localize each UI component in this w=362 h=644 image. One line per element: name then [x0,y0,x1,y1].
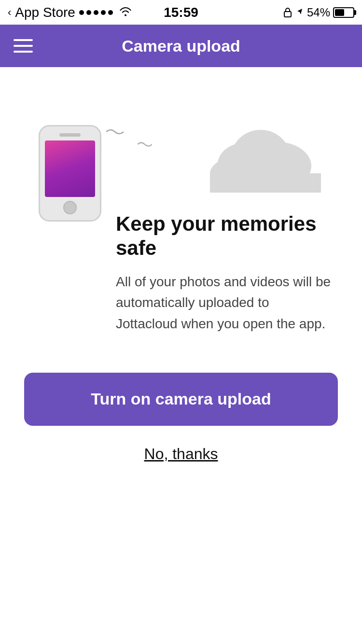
status-right: 54% [283,6,354,19]
lock-icon [283,7,292,18]
dot-3 [94,10,98,15]
wifi-icon [119,6,132,19]
location-icon [295,7,304,18]
feature-description: All of your photos and videos will be au… [116,271,333,334]
illustration-area [0,86,362,231]
dot-4 [101,10,106,15]
svg-rect-5 [210,173,321,193]
hamburger-line-3 [14,51,33,53]
dot-5 [108,10,113,15]
bird-icon-2 [138,137,152,151]
bird-icon-1 [106,125,124,139]
turn-on-camera-upload-button[interactable]: Turn on camera upload [24,373,338,426]
hamburger-line-2 [14,45,33,47]
phone-screen [45,140,95,197]
battery-icon [333,7,354,18]
phone-illustration [39,125,101,222]
signal-dots [79,10,113,15]
phone-speaker [59,133,81,137]
app-header: Camera upload [0,25,362,67]
dot-1 [79,10,84,15]
cloud-illustration [208,115,323,195]
battery-fill [335,9,344,16]
back-arrow-icon: ‹ [8,6,11,19]
status-bar: ‹ App Store 15:59 54% [0,0,362,25]
status-left: ‹ App Store [8,5,132,20]
page-title: Camera upload [122,37,240,56]
app-store-label: App Store [15,5,75,20]
phone-home-button [63,201,77,214]
hamburger-line-1 [14,39,33,41]
dot-2 [86,10,91,15]
svg-rect-0 [284,12,291,17]
button-area: Turn on camera upload No, thanks [0,344,362,463]
no-thanks-button[interactable]: No, thanks [144,445,218,463]
hamburger-menu-button[interactable] [14,39,33,53]
main-content: Keep your memories safe All of your phot… [0,67,362,463]
status-time: 15:59 [164,5,198,20]
battery-percent: 54% [307,6,330,19]
phone-body [39,125,101,222]
